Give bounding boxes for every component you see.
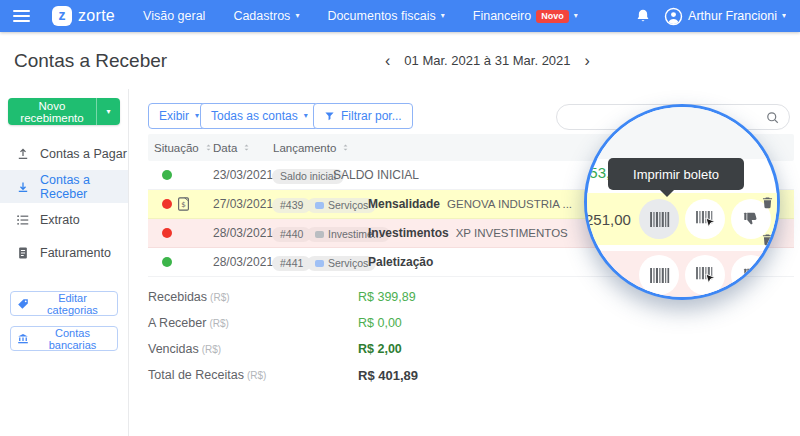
notifications-bell-icon[interactable]	[635, 8, 651, 24]
column-header-situacao[interactable]: Situação	[154, 142, 213, 154]
filter-by-button[interactable]: Filtrar por...	[313, 103, 413, 129]
reference-badge: #439	[272, 198, 311, 214]
summary-label: Recebidas(R$)	[148, 290, 230, 304]
chevron-down-icon: ▾	[574, 12, 578, 20]
column-label: Situação	[154, 142, 199, 154]
summary-value: R$ 399,89	[358, 290, 416, 304]
category-badge: Serviços	[307, 256, 376, 272]
sidebar-item-contas-a-receber[interactable]: Contas a Receber	[0, 170, 128, 203]
status-dot	[162, 228, 172, 238]
chevron-down-icon: ▾	[295, 12, 299, 20]
search-icon[interactable]	[765, 110, 780, 125]
barcode-icon	[649, 268, 670, 283]
sidebar-item-contas-a-pagar[interactable]: Contas a Pagar	[0, 137, 128, 170]
sidebar-item-label: Contas a Pagar	[40, 147, 127, 161]
tag-icon	[315, 260, 324, 267]
badge-label: #441	[280, 258, 303, 269]
badge-label: Saldo inicial	[280, 171, 336, 182]
list-icon	[16, 213, 30, 227]
prev-period-button[interactable]: ‹	[385, 53, 390, 69]
tag-icon	[315, 202, 324, 209]
send-boleto-button[interactable]	[685, 199, 725, 239]
row-date: 28/03/2021	[213, 226, 273, 240]
row-date: 23/03/2021	[213, 168, 273, 182]
print-boleto-button[interactable]	[639, 199, 679, 239]
magnified-value: 251,00	[585, 211, 631, 228]
date-range-nav: ‹ 01 Mar. 2021 à 31 Mar. 2021 ›	[385, 53, 590, 69]
next-period-button[interactable]: ›	[585, 53, 590, 69]
status-dot	[162, 170, 172, 180]
sidebar-item-faturamento[interactable]: Faturamento	[0, 236, 128, 269]
new-receipt-button[interactable]: Novo recebimento	[8, 98, 96, 125]
chevron-down-icon: ▾	[782, 12, 786, 20]
row-title: Paletização	[368, 255, 433, 269]
status-dot	[162, 199, 172, 209]
sidebar-menu: Contas a Pagar Contas a Receber Extrato …	[0, 137, 128, 269]
nav-visao-geral[interactable]: Visão geral	[143, 9, 205, 23]
upload-icon	[16, 147, 30, 161]
app-window: z zorte Visão geral Cadastros▾ Documento…	[0, 0, 800, 436]
nav-label: Financeiro	[473, 9, 531, 23]
thumbs-down-icon	[743, 211, 760, 228]
delete-row-icon[interactable]	[761, 196, 774, 209]
summary-label: Total de Receitas(R$)	[148, 368, 266, 382]
accounts-filter-dropdown-button[interactable]: Todas as contas ▾	[200, 103, 319, 129]
send-boleto-button[interactable]	[685, 255, 725, 295]
user-name: Arthur Francioni	[688, 9, 777, 23]
summary-unit: (R$)	[247, 370, 266, 381]
edit-categories-button[interactable]: Editar categorias	[10, 291, 118, 316]
chevron-down-icon: ▾	[195, 112, 199, 120]
summary-row: Recebidas(R$) R$ 399,89	[148, 284, 478, 310]
tooltip-arrow	[660, 190, 674, 197]
tag-icon	[17, 298, 29, 310]
avatar-icon	[664, 7, 683, 26]
summary-row: Total de Receitas(R$) R$ 401,89	[148, 362, 478, 388]
bank-accounts-button[interactable]: Contas bancarias	[10, 326, 118, 351]
brand-logo[interactable]: z zorte	[52, 6, 115, 26]
document-icon	[16, 246, 30, 260]
user-menu[interactable]: Arthur Francioni ▾	[664, 7, 786, 26]
sidebar-item-label: Faturamento	[40, 246, 111, 260]
date-range-label[interactable]: 01 Mar. 2021 à 31 Mar. 2021	[404, 53, 570, 68]
summary-value: R$ 401,89	[358, 368, 418, 383]
nav-financeiro[interactable]: FinanceiroNovo▾	[473, 9, 578, 23]
bank-icon	[17, 333, 29, 345]
button-label: Editar categorias	[34, 292, 111, 316]
badge-label: Serviços	[328, 200, 368, 211]
filter-funnel-icon	[324, 111, 335, 122]
column-header-lancamento[interactable]: Lançamento	[273, 142, 350, 154]
topbar: z zorte Visão geral Cadastros▾ Documento…	[0, 0, 800, 32]
menu-icon[interactable]	[13, 10, 30, 22]
column-label: Lançamento	[273, 142, 336, 154]
summary-value: R$ 2,00	[358, 342, 402, 356]
summary-value: R$ 0,00	[358, 316, 402, 330]
row-date: 27/03/2021	[213, 197, 273, 211]
summary-row: A Receber(R$) R$ 0,00	[148, 310, 478, 336]
badge-label: #439	[280, 200, 303, 211]
brand-name: zorte	[78, 7, 115, 25]
column-header-data[interactable]: Data	[213, 142, 251, 154]
new-badge: Novo	[536, 10, 569, 23]
brand-icon: z	[52, 6, 72, 26]
summary-label: A Receber(R$)	[148, 316, 229, 330]
button-label: Contas bancarias	[34, 327, 111, 351]
reference-badge: #441	[272, 256, 311, 272]
print-boleto-button[interactable]	[639, 255, 679, 295]
sidebar-item-extrato[interactable]: Extrato	[0, 203, 128, 236]
sort-icon	[242, 143, 251, 152]
magnifier-callout: 353,45 Imprimir boleto 251,00 ,00	[584, 104, 780, 300]
nav-label: Visão geral	[143, 9, 205, 23]
summary-totals: Recebidas(R$) R$ 399,89 A Receber(R$) R$…	[148, 284, 478, 388]
row-description: SALDO INICIAL	[333, 168, 419, 182]
new-receipt-dropdown-button[interactable]: ▾	[96, 98, 120, 125]
sort-icon	[341, 143, 350, 152]
topbar-right: Arthur Francioni ▾	[635, 7, 800, 26]
summary-unit: (R$)	[202, 344, 221, 355]
barcode-icon	[649, 212, 670, 227]
nav-cadastros[interactable]: Cadastros▾	[233, 9, 299, 23]
row-description: XP INVESTIMENTOS	[456, 227, 568, 239]
new-receipt-split-button: Novo recebimento ▾	[8, 98, 120, 125]
chevron-down-icon: ▾	[441, 12, 445, 20]
nav-documentos-fiscais[interactable]: Documentos fiscais▾	[327, 9, 444, 23]
button-label: Exibir	[159, 109, 189, 123]
